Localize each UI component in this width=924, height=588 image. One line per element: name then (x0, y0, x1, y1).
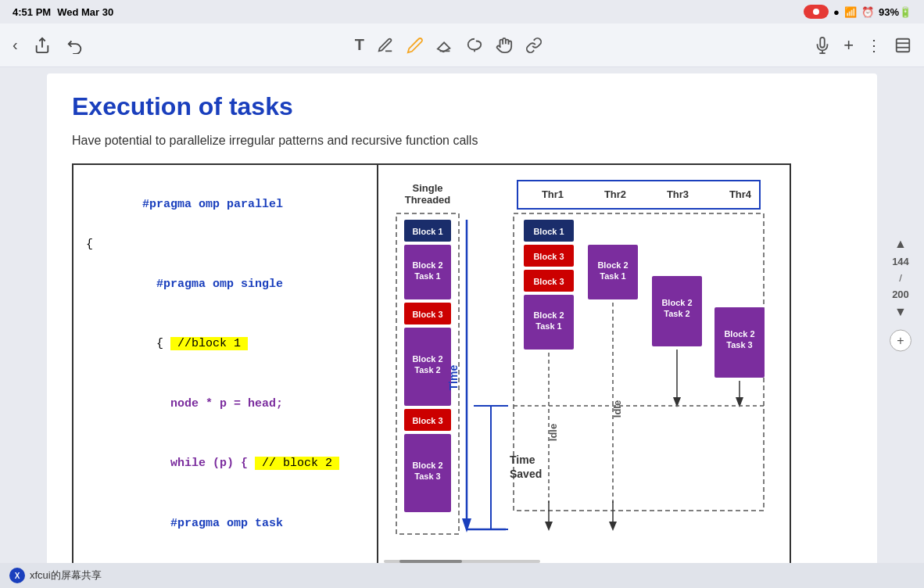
thr1-block2-task1-line1: Block 2 (533, 310, 564, 320)
page-separator: / (899, 272, 902, 284)
text-tool-button[interactable]: T (355, 36, 364, 54)
st-block2-task2-line2: Task 2 (414, 365, 440, 375)
svg-marker-36 (545, 522, 553, 531)
st-block2-task3-line1: Block 2 (412, 461, 442, 470)
page-up-button[interactable]: ▲ (894, 237, 907, 251)
code-line-3: #pragma omp single (86, 254, 364, 314)
lasso-tool-button[interactable] (466, 37, 483, 54)
code-line-7: #pragma omp task (86, 493, 364, 554)
page-down-button[interactable]: ▼ (894, 305, 907, 319)
zoom-button[interactable]: + (890, 330, 911, 352)
code-line-2: { (86, 235, 364, 255)
page-counter: ▲ 144 / 200 ▼ + (890, 237, 911, 352)
thr1-label: Thr1 (542, 188, 564, 200)
code-line-5: node * p = head; (86, 374, 364, 434)
back-button[interactable]: ‹ (13, 36, 18, 54)
thr2-idle-label: Idle (611, 400, 623, 418)
date-display: Wed Mar 30 (57, 6, 113, 18)
share-button[interactable] (34, 37, 51, 54)
slide-content: Execution of tasks Have potential to par… (47, 74, 877, 588)
add-button[interactable]: + (843, 35, 854, 56)
thr4-label: Thr4 (729, 188, 752, 200)
code-line-6: while (p) { // block 2 (86, 434, 364, 494)
page-total: 200 (892, 289, 909, 300)
signal-icon: 📶 (844, 6, 857, 18)
app-logo-area: X xfcui的屏幕共享 (9, 568, 102, 583)
svg-rect-5 (897, 38, 910, 52)
app-logo-icon: X (9, 568, 25, 583)
st-block2-task1-line1: Block 2 (412, 260, 442, 270)
hand-tool-button[interactable] (496, 37, 513, 54)
toolbar: ‹ T (0, 23, 924, 67)
time-saved-label-line2: Saved (510, 468, 542, 480)
record-indicator (804, 5, 829, 19)
st-block3-2: Block 3 (412, 416, 442, 425)
thr1-block2-task1-line2: Task 1 (535, 321, 561, 331)
time-saved-label-line1: Time (510, 454, 535, 466)
alarm-icon: ⏰ (861, 6, 874, 18)
st-block3-1: Block 3 (412, 310, 442, 319)
undo-button[interactable] (66, 37, 84, 54)
st-block2-task3-line2: Task 3 (414, 471, 440, 481)
slide-title: Execution of tasks (72, 92, 852, 121)
thr2-block2-task1-line1: Block 2 (597, 260, 628, 270)
thr1-block1: Block 1 (533, 227, 564, 236)
thr3-block2-task2-line1: Block 2 (661, 298, 692, 307)
thr1-block3-2: Block 3 (533, 277, 564, 286)
wifi-icon: ● (833, 6, 840, 18)
st-block1: Block 1 (412, 227, 442, 236)
thr4-block2-task3-line2: Task 3 (726, 340, 752, 350)
thr2-label: Thr2 (604, 188, 626, 200)
time-display: 4:51 PM (13, 6, 51, 18)
code-panel: #pragma omp parallel { #pragma omp singl… (73, 165, 378, 588)
thr1-idle-label: Idle (547, 424, 559, 441)
execution-diagram: Single Threaded Thr1 Thr2 Thr3 Thr4 Bloc… (388, 174, 780, 558)
link-tool-button[interactable] (525, 37, 543, 54)
thr3-block2-task2-line2: Task 2 (664, 309, 689, 318)
thr2-block2-task1-line2: Task 1 (600, 271, 625, 281)
time-arrow (462, 518, 471, 532)
code-line-4: { //block 1 (86, 314, 364, 375)
page-current: 144 (892, 256, 909, 267)
layout-button[interactable] (894, 37, 911, 54)
single-threaded-label-line2: Threaded (405, 194, 451, 206)
status-bar: 4:51 PM Wed Mar 30 ● 📶 ⏰ 93%🔋 (0, 0, 924, 23)
more-button[interactable]: ⋮ (866, 36, 882, 55)
thr1-block3-1: Block 3 (533, 252, 564, 261)
svg-marker-38 (609, 522, 617, 531)
eraser-tool-button[interactable] (436, 37, 453, 54)
st-block2-task2-line1: Block 2 (412, 354, 442, 364)
app-name-label: xfcui的屏幕共享 (30, 568, 102, 583)
mic-button[interactable] (814, 37, 831, 54)
pen-tool-button[interactable] (377, 37, 394, 54)
thr3-label: Thr3 (667, 188, 689, 200)
diagram-panel: Single Threaded Thr1 Thr2 Thr3 Thr4 Bloc… (378, 165, 790, 588)
time-label: Time (447, 365, 460, 391)
code-line-1: #pragma omp parallel (86, 174, 364, 235)
st-block2-task1-line2: Task 1 (414, 271, 440, 281)
slide-subtitle: Have potential to parallelize irregular … (72, 134, 852, 148)
battery-display: 93%🔋 (879, 6, 911, 18)
bottom-bar: X xfcui的屏幕共享 (0, 563, 924, 588)
thr4-block2-task3-line1: Block 2 (724, 329, 754, 339)
diagram-container: #pragma omp parallel { #pragma omp singl… (72, 163, 791, 588)
pencil-tool-button[interactable] (406, 37, 424, 54)
single-threaded-label-line1: Single (412, 182, 442, 194)
